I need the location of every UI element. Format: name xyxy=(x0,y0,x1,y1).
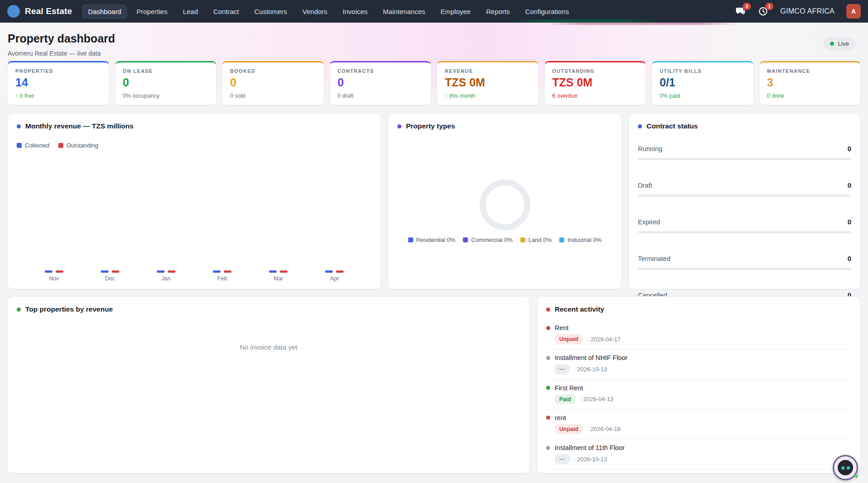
status-badge: Unpaid xyxy=(555,424,583,434)
contract-status-row: Expired 0 xyxy=(638,218,851,233)
status-value: 0 xyxy=(848,145,851,152)
kpi-value: 0/1 xyxy=(660,77,745,88)
clock-icon[interactable]: 1 xyxy=(758,6,769,17)
bar-group: Apr xyxy=(307,270,363,282)
legend-outstanding[interactable]: Outstanding xyxy=(58,142,98,149)
industrial-swatch-icon xyxy=(559,237,564,242)
kpi-value: TZS 0M xyxy=(552,77,638,88)
legend-commercial[interactable]: Commercial 0% xyxy=(463,237,513,243)
green-heart-icon: ♥ xyxy=(854,473,859,480)
activity-date: · 2026-04-13 xyxy=(580,396,613,402)
progress-track xyxy=(638,158,851,160)
kpi-subtext: 0 done xyxy=(767,93,853,99)
panel-title: Monthly revenue — TZS millions xyxy=(8,114,381,130)
status-dot-icon xyxy=(546,416,550,420)
nav-item-configurations[interactable]: Configurations xyxy=(519,5,575,19)
brand: Real Estate xyxy=(7,5,72,18)
status-dot-icon xyxy=(546,446,550,450)
title-dot-icon xyxy=(17,124,21,128)
panel-title: Top properties by revenue xyxy=(8,297,529,313)
nav-item-dashboard[interactable]: Dashboard xyxy=(82,5,127,19)
residential-swatch-icon xyxy=(408,237,413,242)
nav-item-invoices[interactable]: Invoices xyxy=(337,5,373,19)
messages-icon[interactable]: 3 xyxy=(735,6,746,17)
activity-item[interactable]: Installment of NHIF Floor — · 2026-10-13 xyxy=(546,350,851,379)
status-value: 0 xyxy=(848,255,851,262)
property-types-legend: Residential 0% Commercial 0% Land 0% Ind… xyxy=(388,237,621,243)
activity-item[interactable]: rent Unpaid · 2026-04-18 xyxy=(546,410,851,440)
kpi-row: PROPERTIES 14 ↑ 0 free ON LEASE 0 0% occ… xyxy=(7,61,861,105)
nav-item-properties[interactable]: Properties xyxy=(131,5,173,19)
outstanding-bar xyxy=(112,270,119,273)
monthly-revenue-panel: Monthly revenue — TZS millions Collected… xyxy=(7,113,381,289)
kpi-card-revenue: REVENUE TZS 0M ↑ this month xyxy=(437,61,539,105)
activity-item[interactable]: Installment of 11th Floor — · 2026-10-13 xyxy=(546,440,851,469)
nav-item-lead[interactable]: Lead xyxy=(177,5,203,19)
status-badge: Unpaid xyxy=(555,334,583,344)
robot-eye-icon xyxy=(841,466,844,469)
kpi-label: REVENUE xyxy=(445,68,531,74)
kpi-value: 0 xyxy=(338,77,424,88)
page-title: Property dashboard xyxy=(8,32,115,45)
alerts-badge: 1 xyxy=(765,3,774,10)
legend-residential[interactable]: Residential 0% xyxy=(408,237,456,243)
outstanding-bar xyxy=(280,270,288,273)
chatbot-launcher-button[interactable]: ♥ xyxy=(833,455,858,480)
nav-item-vendors[interactable]: Vendors xyxy=(297,5,333,19)
outstanding-bar xyxy=(224,270,231,273)
property-types-panel: Property types Residential 0% Commercial… xyxy=(388,113,622,289)
kpi-value: 3 xyxy=(767,77,853,88)
title-dot-icon xyxy=(546,308,550,312)
legend-collected[interactable]: Collected xyxy=(17,142,49,149)
legend-label: Commercial 0% xyxy=(471,237,513,243)
nav-item-contract[interactable]: Contract xyxy=(208,5,245,19)
live-status-badge: Live xyxy=(823,37,856,50)
activity-item[interactable]: Rent Unpaid · 2026-04-17 xyxy=(546,320,851,350)
collected-bar xyxy=(157,270,165,273)
robot-face-icon xyxy=(838,460,853,475)
contract-status-row: Running 0 xyxy=(638,145,851,160)
activity-item[interactable]: First Rent xyxy=(546,469,851,474)
panel-title: Contract status xyxy=(629,114,860,130)
x-tick-label: Feb xyxy=(217,275,227,282)
legend-industrial[interactable]: Industrial 0% xyxy=(559,237,601,243)
status-dot-icon xyxy=(546,326,550,330)
contract-status-row: Terminated 0 xyxy=(638,255,851,270)
avatar[interactable]: A xyxy=(846,4,861,19)
legend-land[interactable]: Land 0% xyxy=(520,237,552,243)
account-name[interactable]: GIMCO AFRICA xyxy=(780,7,835,15)
collected-swatch-icon xyxy=(17,143,22,148)
activity-name: rent xyxy=(555,414,566,421)
x-tick-label: Mar xyxy=(274,275,283,282)
panel-title: Recent activity xyxy=(537,297,860,313)
legend-label: Outstanding xyxy=(66,142,98,149)
nav-item-maintenances[interactable]: Maintenances xyxy=(377,5,431,19)
status-value: 0 xyxy=(848,181,851,189)
kpi-label: PROPERTIES xyxy=(15,68,101,74)
collected-bar xyxy=(213,270,221,273)
kpi-label: BOOKED xyxy=(230,68,316,74)
x-tick-label: Dec xyxy=(105,275,115,282)
empty-state-text: No invoice data yet xyxy=(8,343,529,351)
nav-menu: Dashboard Properties Lead Contract Custo… xyxy=(82,5,575,19)
activity-name: Installment of 11th Floor xyxy=(555,444,624,451)
activity-item[interactable]: First Rent Paid · 2026-04-13 xyxy=(546,380,851,410)
nav-item-customers[interactable]: Customers xyxy=(248,5,293,19)
x-tick-label: Nov xyxy=(49,275,59,282)
title-dot-icon xyxy=(638,124,642,128)
status-label: Draft xyxy=(638,182,652,189)
title-dot-icon xyxy=(397,124,401,128)
outstanding-bar xyxy=(336,270,344,273)
bar-group: Jan xyxy=(138,270,194,282)
collected-bar xyxy=(101,270,108,273)
progress-track xyxy=(638,268,851,270)
legend-label: Residential 0% xyxy=(416,237,456,243)
activity-name: Installment of NHIF Floor xyxy=(555,354,627,361)
nav-item-reports[interactable]: Reports xyxy=(480,5,516,19)
activity-name: Rent xyxy=(555,324,569,331)
contract-status-panel: Contract status Running 0 Draft 0 Expire… xyxy=(628,113,861,289)
kpi-subtext: 0 sold xyxy=(230,93,316,99)
nav-item-employee[interactable]: Employee xyxy=(435,5,477,19)
live-label: Live xyxy=(838,40,849,47)
collected-bar xyxy=(269,270,277,273)
